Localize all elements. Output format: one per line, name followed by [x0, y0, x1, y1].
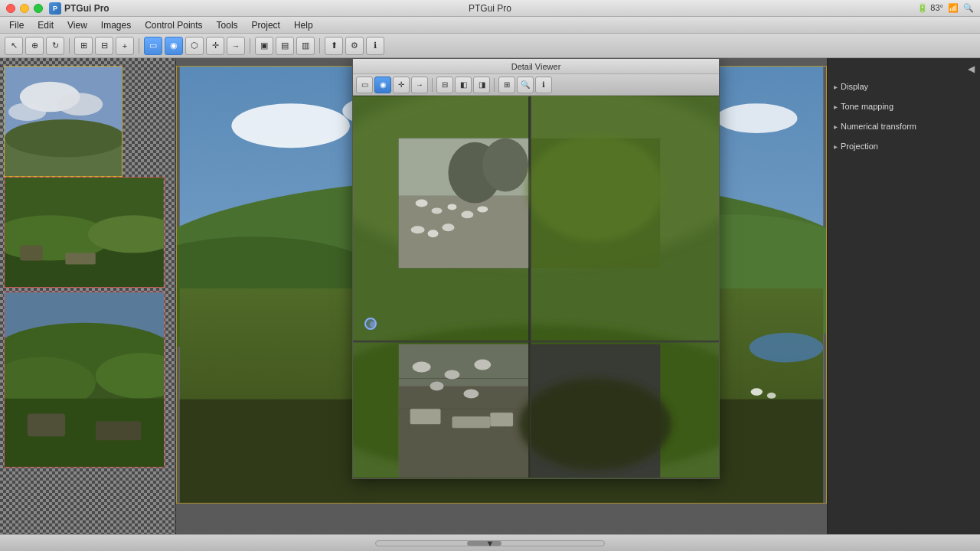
svg-point-5: [5, 119, 122, 157]
svg-point-51: [411, 226, 425, 233]
wifi-icon: 📶: [948, 3, 959, 13]
svg-point-61: [445, 370, 460, 380]
center-panel: Detail Viewer ▭ ◉ ✛ → ⊟ ◧ ◨ ⊞ 🔍 ℹ: [176, 58, 827, 534]
panel-section-display[interactable]: ▸ Display: [828, 77, 980, 96]
thumbnail-bot[interactable]: [4, 292, 165, 468]
tool-view2[interactable]: ▤: [276, 37, 294, 55]
menu-file[interactable]: File: [3, 18, 30, 32]
tool-link[interactable]: →: [227, 37, 245, 55]
detail-viewer-window: Detail Viewer ▭ ◉ ✛ → ⊟ ◧ ◨ ⊞ 🔍 ℹ: [352, 58, 720, 479]
dv-circle-btn[interactable]: ◉: [374, 77, 391, 93]
svg-rect-65: [410, 409, 441, 424]
tool-select[interactable]: ↖: [5, 37, 23, 55]
svg-point-49: [461, 210, 473, 218]
tool-export[interactable]: ⬆: [325, 37, 343, 55]
svg-point-2: [57, 93, 103, 116]
detail-viewer-toolbar: ▭ ◉ ✛ → ⊟ ◧ ◨ ⊞ 🔍 ℹ: [353, 74, 719, 96]
svg-point-29: [750, 333, 824, 363]
svg-point-60: [413, 362, 431, 373]
tool-rotate[interactable]: ↻: [46, 37, 64, 55]
title-bar: P PTGui Pro PTGui Pro 🔋 83° 📶 🔍: [0, 0, 980, 17]
detail-viewer-svg: [353, 96, 719, 478]
tool-cursor[interactable]: +: [116, 37, 134, 55]
svg-point-71: [519, 379, 671, 471]
scroll-arrow-down[interactable]: ▼: [486, 539, 495, 548]
svg-point-3: [8, 103, 46, 121]
svg-point-62: [474, 360, 491, 370]
dv-separator2: [494, 78, 495, 92]
menu-tools[interactable]: Tools: [211, 18, 244, 32]
app-identity: P PTGui Pro: [49, 2, 109, 15]
svg-point-34: [767, 393, 776, 399]
dv-zoom-fit-btn[interactable]: ⊞: [498, 77, 515, 93]
main-content: Detail Viewer ▭ ◉ ✛ → ⊟ ◧ ◨ ⊞ 🔍 ℹ: [0, 58, 980, 534]
panel-section-projection[interactable]: ▸ Projection: [828, 136, 980, 156]
detail-viewer-title: Detail Viewer: [353, 59, 719, 74]
tool-distribute[interactable]: ⊟: [95, 37, 113, 55]
panel-collapse-area: ◀: [828, 61, 980, 77]
dv-crosshair-btn[interactable]: ✛: [393, 77, 410, 93]
tool-settings[interactable]: ⚙: [345, 37, 364, 55]
thumbnail-top-svg: [5, 67, 122, 176]
panel-section-numerical-transform[interactable]: ▸ Numerical transform: [828, 116, 980, 136]
tool-rect[interactable]: ▭: [144, 37, 162, 55]
detail-viewer-canvas[interactable]: [353, 96, 719, 478]
right-panel: ◀ ▸ Display ▸ Tone mapping ▸ Numerical t…: [827, 58, 980, 534]
svg-rect-10: [20, 246, 43, 261]
dv-split-v-btn[interactable]: ⊟: [436, 77, 453, 93]
tool-view3[interactable]: ▥: [296, 37, 315, 55]
svg-point-24: [716, 103, 797, 133]
panel-section-tonemapping-header: ▸ Tone mapping: [834, 99, 974, 113]
dv-view-right-btn[interactable]: ◨: [473, 77, 490, 93]
tool-view1[interactable]: ▣: [255, 37, 273, 55]
svg-point-52: [428, 230, 439, 237]
dv-rect-btn[interactable]: ▭: [356, 77, 373, 93]
title-bar-right: 🔋 83° 📶 🔍: [917, 3, 974, 13]
tool-crosshair[interactable]: ✛: [206, 37, 224, 55]
minimize-button[interactable]: [20, 4, 29, 13]
thumbnail-mid[interactable]: [4, 177, 165, 288]
menu-bar: File Edit View Images Control Points Too…: [0, 17, 980, 34]
thumbnail-mid-svg: [5, 178, 164, 287]
menu-controlpoints[interactable]: Control Points: [139, 18, 208, 32]
dv-info-btn[interactable]: ℹ: [535, 77, 552, 93]
tool-polygon[interactable]: ⬡: [185, 37, 204, 55]
close-button[interactable]: [6, 4, 15, 13]
separator-2: [139, 38, 139, 54]
tonemapping-label: Tone mapping: [841, 102, 893, 111]
svg-rect-19: [96, 421, 141, 440]
thumbnail-top[interactable]: [4, 66, 122, 177]
svg-rect-18: [28, 414, 66, 437]
menu-edit[interactable]: Edit: [31, 18, 60, 32]
panel-section-tone-mapping[interactable]: ▸ Tone mapping: [828, 96, 980, 116]
svg-rect-66: [452, 416, 490, 428]
dv-view-left-btn[interactable]: ◧: [455, 77, 472, 93]
svg-point-47: [432, 207, 443, 214]
menu-help[interactable]: Help: [288, 18, 319, 32]
display-label: Display: [841, 82, 868, 91]
svg-point-45: [482, 139, 528, 192]
tool-align[interactable]: ⊞: [74, 37, 93, 55]
scrollbar-thumb[interactable]: [467, 541, 501, 546]
tool-circle[interactable]: ◉: [165, 37, 183, 55]
tool-move[interactable]: ⊕: [25, 37, 44, 55]
panel-section-numtransform-header: ▸ Numerical transform: [834, 119, 974, 133]
dv-zoom-btn[interactable]: 🔍: [517, 77, 534, 93]
menu-view[interactable]: View: [61, 18, 93, 32]
projection-label: Projection: [841, 142, 878, 151]
dv-link-btn[interactable]: →: [411, 77, 428, 93]
main-toolbar: ↖ ⊕ ↻ ⊞ ⊟ + ▭ ◉ ⬡ ✛ → ▣ ▤ ▥ ⬆ ⚙ ℹ: [0, 34, 980, 58]
svg-point-50: [477, 206, 488, 212]
tool-info[interactable]: ℹ: [366, 37, 384, 55]
numtransform-arrow: ▸: [834, 122, 838, 131]
app-icon: P: [49, 2, 61, 15]
clock: 🔍: [963, 3, 974, 13]
traffic-lights[interactable]: [6, 4, 43, 13]
status-bar: ▼: [0, 534, 980, 551]
menu-project[interactable]: Project: [246, 18, 286, 32]
svg-point-33: [751, 388, 763, 396]
maximize-button[interactable]: [34, 4, 43, 13]
menu-images[interactable]: Images: [95, 18, 137, 32]
separator-3: [250, 38, 250, 54]
panel-collapse-btn[interactable]: ◀: [965, 63, 977, 75]
